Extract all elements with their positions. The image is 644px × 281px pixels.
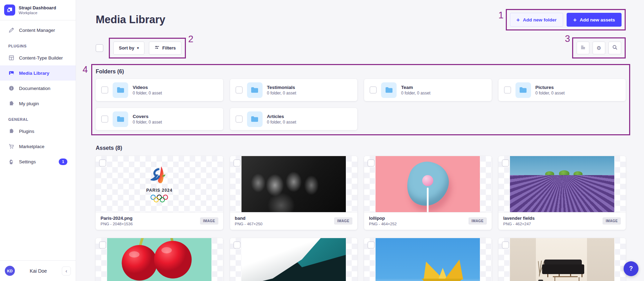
- folder-meta: 0 folder, 0 asset: [267, 120, 296, 125]
- sidebar-item-plugins[interactable]: Plugins: [0, 124, 76, 139]
- asset-thumbnail: [230, 156, 358, 212]
- sidebar-item-marketplace[interactable]: Marketplace: [0, 139, 76, 154]
- plus-icon: +: [517, 17, 520, 23]
- folders-section: Folders (6) Videos 0 folder, 0 asset: [96, 66, 626, 130]
- sidebar-item-content-manager[interactable]: Content Manager: [0, 22, 76, 38]
- asset-checkbox[interactable]: [234, 160, 240, 166]
- sidebar-item-content-type-builder[interactable]: Content-Type Builder: [0, 50, 76, 65]
- help-button[interactable]: ?: [624, 261, 638, 276]
- sidebar-item-media-library[interactable]: Media Library: [0, 65, 76, 81]
- select-all-checkbox[interactable]: [96, 44, 103, 52]
- folder-name: Testimonials: [267, 85, 296, 90]
- sidebar-item-settings[interactable]: Settings 1: [0, 154, 76, 169]
- section-label-general: GENERAL: [0, 111, 76, 124]
- question-mark-icon: ?: [629, 265, 633, 272]
- cart-icon: [8, 143, 15, 149]
- asset-checkbox[interactable]: [99, 242, 106, 248]
- puzzle-icon: [8, 100, 15, 107]
- asset-thumbnail: [364, 156, 492, 212]
- folder-checkbox[interactable]: [101, 116, 108, 123]
- puzzle-icon: [8, 128, 15, 134]
- asset-name: lollipop: [369, 216, 397, 221]
- add-new-assets-button[interactable]: + Add new assets: [567, 13, 622, 27]
- asset-checkbox[interactable]: [99, 160, 106, 166]
- folder-meta: 0 folder, 0 asset: [536, 91, 565, 96]
- filters-button[interactable]: Filters: [149, 42, 181, 55]
- assets-section-title: Assets (8): [96, 145, 626, 151]
- folder-checkbox[interactable]: [236, 116, 243, 123]
- folder-card-covers[interactable]: Covers 0 folder, 0 asset: [96, 108, 223, 130]
- asset-card-lavender-fields[interactable]: lavender fields PNG - 462×247 IMAGE: [499, 156, 626, 230]
- sidebar-item-label: Plugins: [19, 129, 67, 134]
- sidebar-item-label: Documentation: [19, 86, 67, 91]
- paper-wave-image: [242, 238, 346, 281]
- pen-icon: [8, 27, 15, 33]
- sidebar-item-label: My plugin: [19, 101, 67, 106]
- folder-thumb: [113, 111, 128, 127]
- app-title: Strapi Dashboard: [19, 5, 56, 11]
- folder-grid: Videos 0 folder, 0 asset Testimonials 0 …: [96, 79, 626, 130]
- folder-card-pictures[interactable]: Pictures 0 folder, 0 asset: [499, 79, 626, 101]
- plus-icon: +: [573, 17, 577, 23]
- asset-thumbnail: [96, 238, 223, 281]
- folder-checkbox[interactable]: [504, 87, 511, 93]
- paper-boat-image: [376, 238, 480, 281]
- asset-card-paper-wave[interactable]: [230, 238, 358, 281]
- annotation-box-3: 3 ⚙: [572, 37, 626, 58]
- chevron-left-icon: ‹: [66, 268, 67, 274]
- folder-checkbox[interactable]: [101, 87, 108, 93]
- sidebar-item-label: Marketplace: [19, 144, 67, 149]
- folder-checkbox[interactable]: [236, 87, 243, 93]
- folder-card-videos[interactable]: Videos 0 folder, 0 asset: [96, 79, 223, 101]
- folder-checkbox[interactable]: [370, 87, 377, 93]
- media-settings-button[interactable]: ⚙: [593, 42, 605, 54]
- list-icon: [580, 45, 586, 51]
- asset-footer: lavender fields PNG - 462×247 IMAGE: [499, 212, 626, 230]
- paris-2024-olympic-logo-image: PARIS 2024: [96, 156, 223, 212]
- asset-checkbox[interactable]: [502, 160, 509, 166]
- asset-thumbnail: [364, 238, 492, 281]
- sofa-room-image: [510, 238, 614, 281]
- folder-card-testimonials[interactable]: Testimonials 0 folder, 0 asset: [230, 79, 358, 101]
- annotation-box-1: 1 + Add new folder + Add new assets: [506, 9, 626, 30]
- avatar[interactable]: KD: [5, 266, 15, 276]
- asset-checkbox[interactable]: [368, 160, 375, 166]
- asset-card-lollipop[interactable]: lollipop PNG - 464×252 IMAGE: [364, 156, 492, 230]
- annotation-number-1: 1: [499, 11, 504, 20]
- layout-grid-icon: [8, 55, 15, 61]
- folder-name: Videos: [133, 85, 162, 90]
- sidebar-item-my-plugin[interactable]: My plugin: [0, 96, 76, 111]
- sort-by-button[interactable]: Sort by ▾: [113, 42, 144, 55]
- folder-card-articles[interactable]: Articles 0 folder, 0 asset: [230, 108, 358, 130]
- collapse-sidebar-button[interactable]: ‹: [62, 266, 71, 275]
- asset-card-band[interactable]: band PNG - 467×250 IMAGE: [230, 156, 358, 230]
- user-name: Kai Doe: [15, 268, 62, 274]
- asset-checkbox[interactable]: [368, 242, 375, 248]
- asset-meta: PNG - 464×252: [369, 222, 397, 226]
- folder-card-team[interactable]: Team 0 folder, 0 asset: [364, 79, 492, 101]
- asset-meta: PNG - 2048×1536: [101, 222, 133, 226]
- annotation-number-4: 4: [83, 65, 88, 74]
- annotation-box-4: 4 Folders (6) Videos 0 folder, 0 asset: [91, 64, 630, 135]
- search-icon: [612, 45, 617, 51]
- asset-card-paper-boat[interactable]: [364, 238, 492, 281]
- asset-thumbnail: PARIS 2024: [96, 156, 223, 212]
- sidebar-item-label: Content Manager: [19, 28, 67, 33]
- asset-card-cherries[interactable]: [96, 238, 223, 281]
- asset-checkbox[interactable]: [502, 242, 509, 248]
- sidebar-item-documentation[interactable]: Documentation: [0, 81, 76, 96]
- asset-card-paris-2024[interactable]: PARIS 2024 Paris-2024.png PNG - 204: [96, 156, 223, 230]
- search-button[interactable]: [608, 42, 621, 54]
- folder-meta: 0 folder, 0 asset: [401, 91, 430, 96]
- workspace-name: Workplace: [19, 11, 56, 15]
- asset-card-sofa[interactable]: [499, 238, 626, 281]
- asset-checkbox[interactable]: [234, 242, 240, 248]
- list-view-button[interactable]: [577, 42, 589, 54]
- folder-icon: [117, 116, 124, 122]
- section-label-plugins: PLUGINS: [0, 38, 76, 50]
- add-new-folder-button[interactable]: + Add new folder: [510, 13, 563, 27]
- lavender-fields-image: [510, 156, 614, 212]
- asset-footer: band PNG - 467×250 IMAGE: [230, 212, 358, 230]
- cherries-image: [107, 238, 211, 281]
- folder-name: Articles: [267, 114, 296, 119]
